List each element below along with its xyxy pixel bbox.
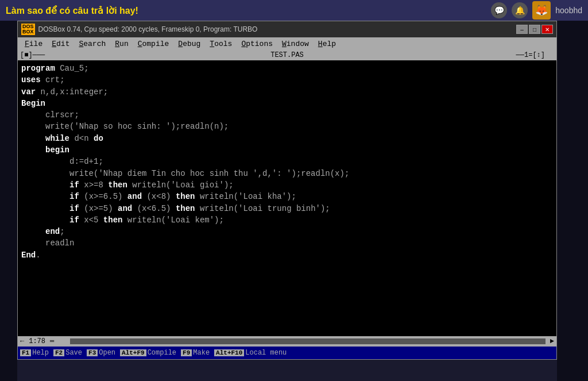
cursor-position: 1:78 — [24, 337, 50, 345]
editor-linenum: ──1=[↕] — [516, 51, 545, 59]
hotkey-f1-label: Help — [32, 349, 49, 357]
right-panel — [557, 21, 588, 381]
dosbox-titlebar: DOSBOX DOSBox 0.74, Cpu speed: 2000 cycl… — [18, 21, 556, 37]
menu-compile[interactable]: Compile — [133, 37, 174, 50]
left-panel — [0, 21, 17, 381]
editor-bracket: [■]─── — [20, 51, 45, 59]
avatar[interactable]: 🦊 — [532, 1, 551, 20]
hotkey-f9[interactable]: F9 Make — [181, 349, 210, 357]
dosbox-window: DOSBOX DOSBox 0.74, Cpu speed: 2000 cycl… — [17, 21, 557, 360]
menu-edit[interactable]: Edit — [47, 37, 74, 50]
maximize-button[interactable]: □ — [529, 25, 540, 34]
menu-run[interactable]: Run — [110, 37, 133, 50]
hotkey-f1[interactable]: F1 Help — [20, 349, 49, 357]
hotkey-altf9[interactable]: Alt+F9 Compile — [120, 349, 176, 357]
menu-search[interactable]: Search — [74, 37, 110, 50]
close-button[interactable]: ✕ — [541, 25, 553, 34]
code-editor[interactable]: program Cau_5; uses crt; var n,d,x:integ… — [18, 60, 556, 336]
bell-icon[interactable]: 🔔 — [512, 2, 528, 18]
hotkey-altf10-label: Local menu — [245, 349, 287, 357]
dosbox-logo: DOSBOX — [21, 24, 35, 35]
right-arrow: ► — [550, 337, 554, 345]
right-indicator: ═ — [50, 337, 54, 345]
hotkey-f3[interactable]: F3 Open — [87, 349, 115, 357]
tp-menubar: File Edit Search Run Compile Debug Tools… — [18, 37, 556, 50]
hotkey-f1-key: F1 — [20, 349, 31, 356]
horizontal-scrollbar[interactable] — [59, 338, 546, 344]
menu-tools[interactable]: Tools — [205, 37, 237, 50]
editor-filename: TEST.PAS — [270, 51, 304, 59]
dosbox-controls: – □ ✕ — [516, 25, 553, 34]
hotkey-altf10[interactable]: Alt+F10 Local menu — [214, 349, 287, 357]
menu-debug[interactable]: Debug — [173, 37, 205, 50]
hotkey-f2[interactable]: F2 Save — [53, 349, 82, 357]
menu-help[interactable]: Help — [314, 37, 341, 50]
hotkey-f3-label: Open — [99, 349, 115, 357]
hotkey-f9-label: Make — [193, 349, 210, 357]
browser-topbar: Làm sao để có câu trả lời hay! 💬 🔔 🦊 hoo… — [0, 0, 588, 21]
hotkey-altf10-key: Alt+F10 — [214, 349, 244, 356]
hotkey-altf9-label: Compile — [148, 349, 176, 357]
editor-titlebar: [■]─── TEST.PAS ──1=[↕] — [18, 50, 556, 60]
page-title: Làm sao để có câu trả lời hay! — [6, 5, 485, 16]
topbar-icons: 💬 🔔 🦊 hoobhd — [491, 1, 582, 20]
username-label: hoobhd — [555, 6, 582, 15]
dosbox-title: DOSBox 0.74, Cpu speed: 2000 cycles, Fra… — [38, 25, 513, 33]
hotkey-f9-key: F9 — [181, 349, 192, 356]
hotkey-f2-key: F2 — [53, 349, 64, 356]
hotkey-bar: F1 Help F2 Save F3 Open Alt+F9 Compile F… — [18, 347, 556, 359]
hotkey-altf9-key: Alt+F9 — [120, 349, 146, 356]
hotkey-f3-key: F3 — [87, 349, 98, 356]
chat-icon[interactable]: 💬 — [491, 2, 507, 18]
hotkey-f2-label: Save — [65, 349, 82, 357]
menu-file[interactable]: File — [20, 37, 47, 50]
left-arrow: ← — [20, 337, 24, 345]
scrollbar-thumb — [59, 338, 70, 344]
menu-window[interactable]: Window — [277, 37, 314, 50]
editor-wrapper[interactable]: program Cau_5; uses crt; var n,d,x:integ… — [18, 60, 556, 336]
editor-statusbar: ← 1:78 ═ ► — [18, 336, 556, 347]
menu-options[interactable]: Options — [237, 37, 277, 50]
minimize-button[interactable]: – — [516, 25, 528, 34]
